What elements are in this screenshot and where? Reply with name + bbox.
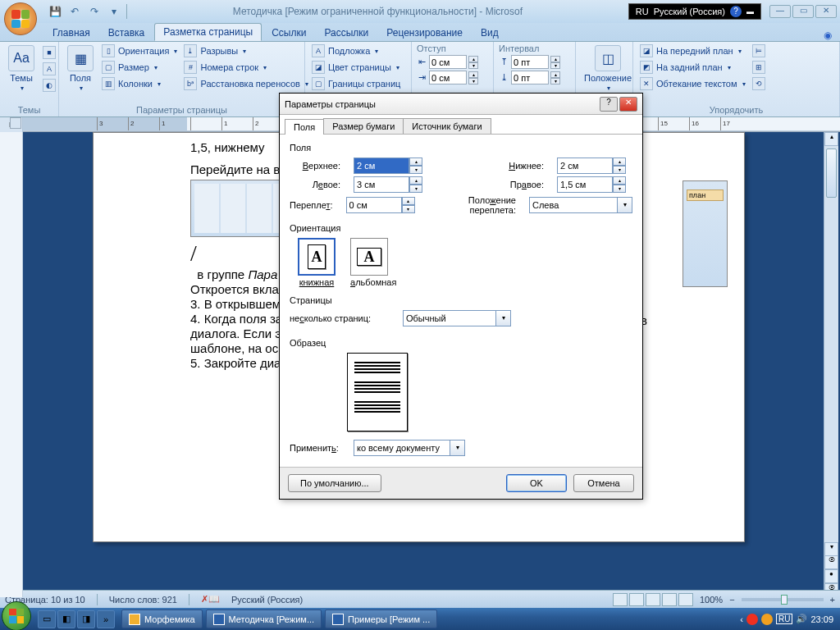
quick-access-toolbar: 💾 ↶ ↷ ▾ bbox=[48, 4, 127, 19]
vertical-scrollbar[interactable]: ▴ ▾ ⦿ ● ⦿ bbox=[824, 132, 838, 597]
dialog-tab-source[interactable]: Источник бумаги bbox=[403, 118, 491, 134]
multiple-pages-select[interactable]: Обычный▾ bbox=[403, 310, 511, 326]
save-icon[interactable]: 💾 bbox=[48, 4, 62, 19]
text-wrap-button[interactable]: ✕Обтекание текстом▾ bbox=[638, 76, 747, 91]
redo-icon[interactable]: ↷ bbox=[87, 4, 102, 19]
view-outline[interactable] bbox=[662, 593, 677, 606]
task-item-2[interactable]: Методичка [Режим... bbox=[206, 609, 322, 628]
scrollbar-thumb bbox=[826, 148, 837, 198]
start-button[interactable] bbox=[2, 601, 31, 631]
align-button[interactable]: ⊨ bbox=[751, 43, 767, 58]
language-bar[interactable]: RU Русский (Россия) ? ▬ bbox=[628, 3, 761, 20]
default-button[interactable]: По умолчанию... bbox=[288, 474, 381, 492]
quicklaunch-1[interactable]: ▭ bbox=[38, 610, 56, 628]
status-bar: Страница: 10 из 10 Число слов: 921 ✗📖 Ру… bbox=[0, 590, 840, 608]
dialog-tab-margins[interactable]: Поля bbox=[285, 119, 324, 135]
group-icon: ⊞ bbox=[752, 61, 765, 74]
tray-expand-icon[interactable]: ‹ bbox=[740, 614, 743, 624]
themes-button[interactable]: Aa Темы▾ bbox=[5, 43, 38, 94]
tab-view[interactable]: Вид bbox=[472, 25, 507, 41]
margin-top-input[interactable]: ▴▾ bbox=[354, 158, 422, 174]
indent-right[interactable]: ⇥▴▾ bbox=[417, 71, 488, 84]
ok-button[interactable]: OK bbox=[506, 474, 567, 492]
task-item-3[interactable]: Примеры [Режим ... bbox=[325, 609, 437, 628]
tab-insert[interactable]: Вставка bbox=[100, 25, 153, 41]
dialog-tab-paper[interactable]: Размер бумаги bbox=[323, 118, 404, 134]
tray-lang-icon[interactable]: RU bbox=[776, 614, 792, 624]
group-button[interactable]: ⊞ bbox=[751, 60, 767, 75]
dialog-titlebar[interactable]: Параметры страницы ? ✕ bbox=[280, 94, 642, 115]
dialog-tabs: Поля Размер бумаги Источник бумаги bbox=[280, 115, 642, 135]
rotate-button[interactable]: ⟲ bbox=[751, 76, 767, 91]
bring-front-button[interactable]: ◪На передний план▾ bbox=[638, 43, 747, 58]
theme-colors-icon[interactable]: ■ bbox=[41, 45, 57, 60]
tray-icon-2[interactable] bbox=[761, 614, 773, 625]
line-numbers-button[interactable]: #Номера строк▾ bbox=[182, 60, 309, 75]
spacing-after[interactable]: ⤓▴▾ bbox=[499, 71, 570, 84]
gutter-position-select[interactable]: Слева▾ bbox=[529, 197, 632, 213]
page-borders-button[interactable]: ▢Границы страниц bbox=[310, 76, 402, 91]
zoom-out-button[interactable]: − bbox=[729, 595, 734, 605]
view-full-screen[interactable] bbox=[629, 593, 644, 606]
help-icon[interactable]: ? bbox=[730, 6, 742, 17]
page-borders-icon: ▢ bbox=[312, 77, 325, 90]
close-button[interactable]: ✕ bbox=[815, 5, 837, 18]
line-numbers-icon: # bbox=[184, 61, 197, 74]
margins-button[interactable]: ▦ Поля▾ bbox=[64, 43, 97, 94]
indent-right-icon: ⇥ bbox=[417, 71, 427, 84]
margin-right-input[interactable]: ▴▾ bbox=[557, 176, 626, 193]
view-print-layout[interactable] bbox=[613, 593, 628, 606]
undo-icon[interactable]: ↶ bbox=[67, 4, 82, 19]
dialog-help-button[interactable]: ? bbox=[600, 97, 618, 112]
qat-customize-icon[interactable]: ▾ bbox=[107, 4, 121, 19]
maximize-button[interactable]: ▭ bbox=[792, 5, 814, 18]
quicklaunch-more[interactable]: » bbox=[97, 610, 115, 628]
dialog-close-button[interactable]: ✕ bbox=[619, 97, 637, 112]
margin-bottom-input[interactable]: ▴▾ bbox=[557, 158, 626, 174]
margin-left-input[interactable]: ▴▾ bbox=[354, 176, 422, 193]
send-back-button[interactable]: ◩На задний план▾ bbox=[638, 60, 747, 75]
orientation-landscape[interactable]: A альбомная bbox=[350, 238, 396, 287]
columns-button[interactable]: ▥Колонки▾ bbox=[100, 76, 179, 91]
zoom-in-button[interactable]: + bbox=[830, 595, 835, 605]
status-words[interactable]: Число слов: 921 bbox=[109, 595, 177, 605]
apply-to-select[interactable]: ко всему документу▾ bbox=[354, 440, 465, 456]
theme-effects-icon[interactable]: ◐ bbox=[41, 78, 57, 93]
orientation-button[interactable]: ▯Ориентация▾ bbox=[100, 43, 179, 58]
theme-fonts-icon[interactable]: A bbox=[41, 62, 57, 76]
spacing-before[interactable]: ⤒▴▾ bbox=[499, 55, 570, 69]
zoom-level[interactable]: 100% bbox=[700, 595, 723, 605]
minimize-button[interactable]: — bbox=[769, 5, 791, 18]
page-color-button[interactable]: ◪Цвет страницы▾ bbox=[310, 60, 402, 75]
status-proofing-icon[interactable]: ✗📖 bbox=[201, 594, 220, 605]
view-draft[interactable] bbox=[678, 593, 693, 606]
breaks-button[interactable]: ⤓Разрывы▾ bbox=[182, 43, 309, 58]
view-web-layout[interactable] bbox=[646, 593, 660, 606]
tray-icon-1[interactable] bbox=[746, 614, 758, 625]
office-button[interactable] bbox=[4, 2, 37, 35]
status-language[interactable]: Русский (Россия) bbox=[231, 595, 303, 605]
cancel-button[interactable]: Отмена bbox=[573, 474, 634, 492]
watermark-button[interactable]: AПодложка▾ bbox=[310, 43, 402, 58]
task-item-1[interactable]: Морфемика bbox=[121, 609, 203, 628]
zoom-slider[interactable] bbox=[742, 598, 824, 601]
hyphenation-icon: bᵃ bbox=[184, 77, 197, 90]
tab-review[interactable]: Рецензирование bbox=[378, 25, 471, 41]
tab-page-layout[interactable]: Разметка страницы bbox=[154, 23, 262, 41]
indent-left[interactable]: ⇤▴▾ bbox=[417, 55, 488, 69]
position-button[interactable]: ◫ Положение▾ bbox=[581, 43, 635, 94]
quicklaunch-3[interactable]: ◨ bbox=[77, 610, 95, 628]
hyphenation-button[interactable]: bᵃРасстановка переносов▾ bbox=[182, 76, 309, 91]
size-button[interactable]: ▢Размер▾ bbox=[100, 60, 179, 75]
quicklaunch-2[interactable]: ◧ bbox=[57, 610, 75, 628]
gutter-input[interactable]: ▴▾ bbox=[346, 197, 415, 213]
system-tray[interactable]: ‹ RU 🔊 23:09 bbox=[735, 614, 838, 625]
tray-clock[interactable]: 23:09 bbox=[810, 614, 833, 624]
tab-references[interactable]: Ссылки bbox=[263, 25, 314, 41]
tray-volume-icon[interactable]: 🔊 bbox=[796, 614, 807, 624]
ribbon-help-icon[interactable]: ◉ bbox=[824, 30, 840, 41]
vertical-ruler[interactable] bbox=[0, 132, 23, 597]
tab-home[interactable]: Главная bbox=[44, 25, 98, 41]
orientation-portrait[interactable]: A книжная bbox=[298, 238, 336, 287]
tab-mailings[interactable]: Рассылки bbox=[316, 25, 377, 41]
